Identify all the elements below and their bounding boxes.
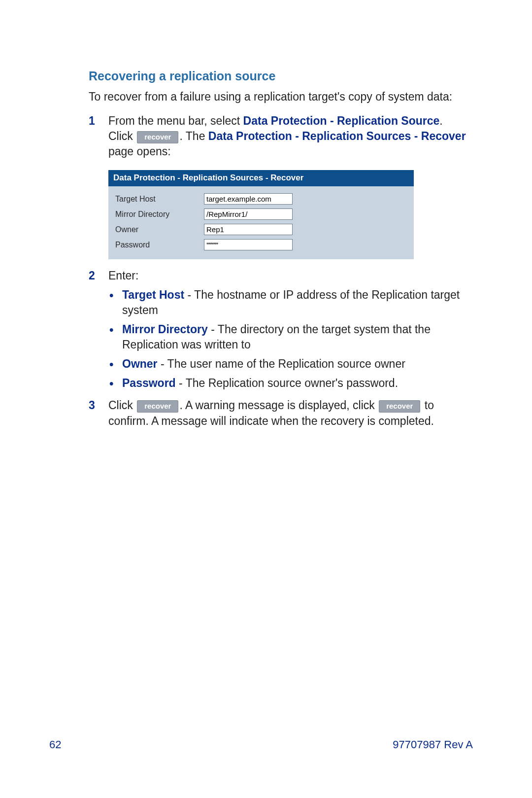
step1-text-a: From the menu bar, select xyxy=(108,114,243,127)
form-screenshot: Data Protection - Replication Sources - … xyxy=(108,170,414,259)
step3-text-a: Click xyxy=(108,399,136,412)
page-content: Recovering a replication source To recov… xyxy=(0,0,532,429)
bullet-term: Target Host xyxy=(122,288,184,301)
form-row-target-host: Target Host xyxy=(115,191,407,207)
step1-page-name: Data Protection - Replication Sources - … xyxy=(208,130,466,142)
recover-button[interactable]: recover xyxy=(379,400,420,413)
form-body: Target Host Mirror Directory Owner Passw… xyxy=(108,186,414,259)
section-title: Recovering a replication source xyxy=(89,69,473,83)
form-label: Password xyxy=(115,240,204,250)
bullet-target-host: Target Host - The hostname or IP address… xyxy=(108,287,473,318)
form-row-owner: Owner xyxy=(115,222,407,237)
step1-text-g: page opens: xyxy=(108,145,171,158)
step2-lead: Enter: xyxy=(108,269,138,282)
step1-link-menu: Data Protection - Replication Source xyxy=(243,114,440,127)
step1-text-e: . The xyxy=(179,130,208,142)
form-title: Data Protection - Replication Sources - … xyxy=(108,170,414,186)
step3-text-b: . A warning message is displayed, click xyxy=(179,399,378,412)
form-label: Target Host xyxy=(115,194,204,205)
bullet-owner: Owner - The user name of the Replication… xyxy=(108,356,473,372)
form-row-password: Password xyxy=(115,237,407,252)
bullet-desc: - The user name of the Replication sourc… xyxy=(158,357,405,370)
bullet-password: Password - The Replication source owner'… xyxy=(108,376,473,391)
step1-text-c: . xyxy=(439,114,442,127)
step-1: From the menu bar, select Data Protectio… xyxy=(89,113,473,259)
mirror-directory-input[interactable] xyxy=(204,208,293,220)
form-label: Owner xyxy=(115,224,204,235)
doc-id: 97707987 Rev A xyxy=(393,738,473,751)
password-input[interactable] xyxy=(204,239,293,250)
owner-input[interactable] xyxy=(204,224,293,235)
form-label: Mirror Directory xyxy=(115,209,204,220)
intro-text: To recover from a failure using a replic… xyxy=(89,89,473,104)
form-row-mirror-directory: Mirror Directory xyxy=(115,207,407,222)
bullet-desc: - The Replication source owner's passwor… xyxy=(176,377,398,389)
bullet-term: Password xyxy=(122,377,176,389)
page-number: 62 xyxy=(49,738,61,751)
bullet-term: Owner xyxy=(122,357,158,370)
recover-button[interactable]: recover xyxy=(137,400,178,413)
step2-bullets: Target Host - The hostname or IP address… xyxy=(108,287,473,391)
page-footer: 62 97707987 Rev A xyxy=(0,738,532,751)
step-2: Enter: Target Host - The hostname or IP … xyxy=(89,268,473,391)
target-host-input[interactable] xyxy=(204,193,293,205)
step1-text-d: Click xyxy=(108,130,136,142)
recover-button[interactable]: recover xyxy=(137,131,178,143)
step-3: Click recover. A warning message is disp… xyxy=(89,398,473,428)
steps-list: From the menu bar, select Data Protectio… xyxy=(89,113,473,429)
bullet-term: Mirror Directory xyxy=(122,323,208,336)
bullet-mirror-directory: Mirror Directory - The directory on the … xyxy=(108,322,473,352)
